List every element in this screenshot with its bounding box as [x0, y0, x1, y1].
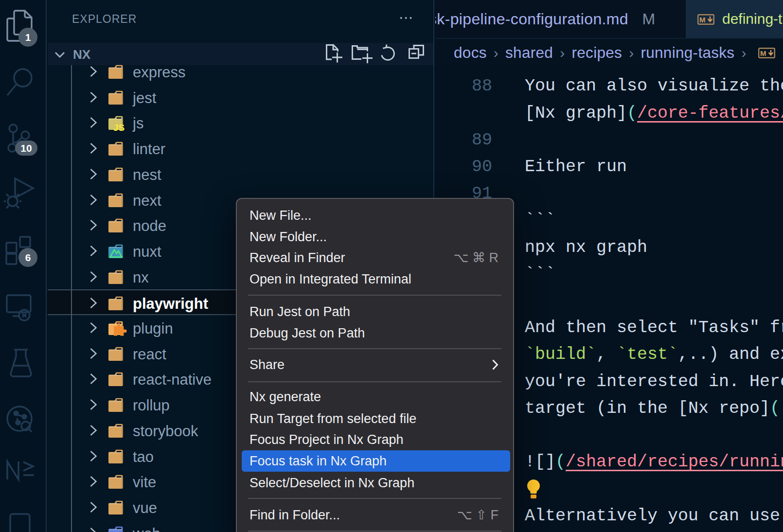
svg-text:JS: JS	[113, 123, 125, 133]
svg-text:M: M	[760, 49, 766, 57]
svg-text:M: M	[699, 16, 706, 24]
